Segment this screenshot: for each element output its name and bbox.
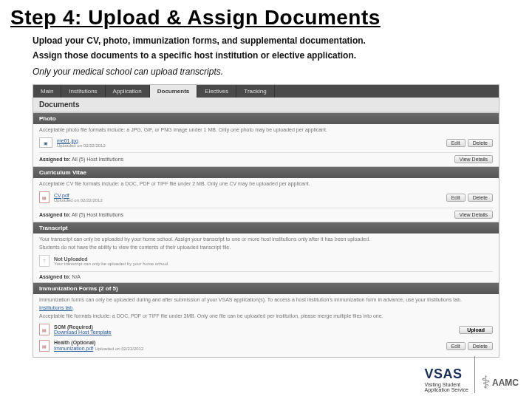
vsas-logo-text: VSAS: [424, 366, 468, 382]
immun-doc-icon-2: ▤: [39, 340, 50, 352]
cv-assigned: Assigned to: All (5) Host Institutions: [39, 212, 123, 217]
caduceus-icon: ⚕: [481, 372, 491, 393]
transcript-placeholder-icon: T: [39, 255, 50, 267]
immun-row2-link[interactable]: Immunization.pdf: [54, 346, 93, 351]
cv-view-details-button[interactable]: View Details: [454, 211, 493, 219]
tab-documents[interactable]: Documents: [150, 85, 198, 98]
cv-note: Acceptable CV file formats include: a DO…: [39, 181, 493, 186]
immun-delete-button[interactable]: Delete: [468, 342, 493, 350]
app-screenshot: Main Institutions Application Documents …: [33, 84, 499, 358]
aamc-logo-text: AAMC: [492, 378, 519, 388]
transcript-note-2: Students do not have the ability to view…: [39, 245, 493, 250]
photo-note: Acceptable photo file formats include: a…: [39, 127, 493, 132]
immun-note-1: Immunization forms can only be uploaded …: [39, 297, 493, 302]
tab-bar: Main Institutions Application Documents …: [33, 85, 499, 98]
section-photo-header: Photo: [33, 113, 499, 124]
immun-row1-name: SOM (Required): [54, 324, 454, 330]
section-cv-header: Curriculum Vitae: [33, 167, 499, 178]
cv-upload-date: Uploaded on 02/22/2012: [54, 198, 442, 202]
transcript-status-sub: Your transcript can only be uploaded by …: [54, 262, 493, 266]
immun-row2-meta: Uploaded on 02/22/2012: [95, 347, 144, 351]
photo-upload-date: Uploaded on 02/22/2012: [57, 143, 442, 148]
immun-edit-button[interactable]: Edit: [446, 342, 466, 350]
immun-row1-download-link[interactable]: Download Host Template: [54, 330, 454, 335]
tab-main[interactable]: Main: [33, 85, 61, 98]
tab-application[interactable]: Application: [106, 85, 150, 98]
vsas-sub2: Application Service: [424, 387, 468, 393]
transcript-status: Not Uploaded: [54, 256, 493, 262]
immun-note-2: Acceptable file formats include: a DOC, …: [39, 313, 493, 318]
tab-institutions[interactable]: Institutions: [61, 85, 105, 98]
photo-edit-button[interactable]: Edit: [446, 139, 466, 147]
immun-upload-button[interactable]: Upload: [459, 326, 493, 334]
vsas-sub1: Visiting Student: [424, 382, 468, 388]
section-photo: Photo Acceptable photo file formats incl…: [33, 112, 499, 166]
photo-filename[interactable]: me01.jpg: [57, 138, 442, 143]
page-title: Step 4: Upload & Assign Documents: [0, 0, 532, 34]
section-immunization: Immunization Forms (2 of 5) Immunization…: [33, 282, 499, 357]
section-transcript: Transcript Your transcript can only be u…: [33, 222, 499, 282]
section-cv: Curriculum Vitae Acceptable CV file form…: [33, 166, 499, 222]
cv-filename[interactable]: CV.pdf: [54, 193, 442, 198]
section-transcript-header: Transcript: [33, 222, 499, 233]
intro-line-1: Upload your CV, photo, immunization form…: [0, 34, 532, 49]
photo-view-details-button[interactable]: View Details: [454, 155, 493, 163]
institutions-tab-link[interactable]: Institutions tab: [39, 305, 72, 310]
brand-divider: [474, 356, 475, 393]
intro-line-2: Assign those documents to a specific hos…: [0, 49, 532, 64]
section-immunization-header: Immunization Forms (2 of 5): [33, 283, 499, 294]
pdf-icon: ▤: [39, 191, 50, 203]
transcript-note-1: Your transcript can only be uploaded by …: [39, 236, 493, 242]
photo-assigned: Assigned to: All (5) Host Institutions: [39, 157, 123, 162]
tab-electives[interactable]: Electives: [197, 85, 236, 98]
cv-edit-button[interactable]: Edit: [446, 194, 466, 202]
immun-doc-icon-1: ▤: [39, 324, 50, 335]
photo-delete-button[interactable]: Delete: [468, 139, 493, 147]
cv-delete-button[interactable]: Delete: [468, 194, 493, 202]
tab-tracking[interactable]: Tracking: [236, 85, 274, 98]
branding-area: VSAS Visiting Student Application Servic…: [424, 356, 519, 393]
transcript-assigned: Assigned to: N/A: [39, 274, 81, 279]
photo-thumbnail-icon: ▣: [39, 137, 52, 148]
immun-row2-name: Health (Optional): [54, 340, 442, 345]
documents-header: Documents: [33, 98, 499, 112]
intro-note: Only your medical school can upload tran…: [0, 64, 532, 81]
